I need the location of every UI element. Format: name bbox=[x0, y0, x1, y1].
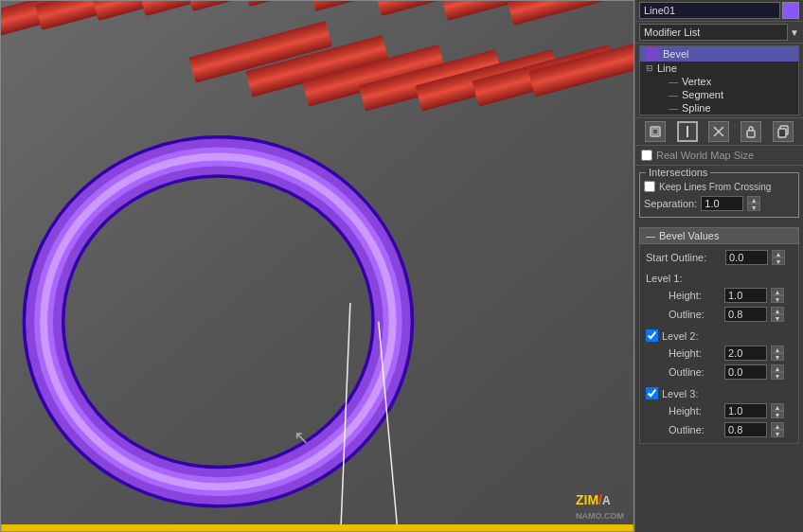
level1-height-row: Height: ▲ ▼ bbox=[646, 286, 793, 305]
level2-checkbox[interactable] bbox=[646, 329, 658, 342]
level1-outline-input[interactable] bbox=[724, 307, 767, 322]
stack-spline-label: Spline bbox=[682, 102, 711, 114]
object-name-input[interactable] bbox=[639, 2, 780, 19]
toolbar-btn-copy[interactable] bbox=[773, 121, 794, 142]
app: ↖ ZIM/A NAMO.COM Modifier List ▼ bbox=[0, 0, 803, 532]
level1-height-label: Height: bbox=[669, 290, 721, 301]
scene-canvas: ↖ ZIM/A NAMO.COM bbox=[1, 1, 633, 531]
level2-height-label: Height: bbox=[669, 347, 721, 359]
vertex-dash: — bbox=[669, 77, 678, 87]
level2-outline-spinner: ▲ ▼ bbox=[771, 364, 784, 380]
level3-label: Level 3: bbox=[662, 388, 699, 399]
level2-height-row: Height: ▲ ▼ bbox=[646, 344, 793, 363]
viewport[interactable]: ↖ ZIM/A NAMO.COM bbox=[0, 0, 634, 532]
bevel-values-label: Bevel Values bbox=[659, 230, 719, 241]
object-color-swatch[interactable] bbox=[782, 2, 799, 19]
level2-label: Level 2: bbox=[662, 330, 699, 342]
separation-input[interactable] bbox=[701, 196, 743, 211]
level2-outline-label: Outline: bbox=[669, 366, 721, 378]
level1-height-spinner: ▲ ▼ bbox=[771, 288, 784, 303]
level2-height-input[interactable] bbox=[724, 346, 767, 361]
level2-outline-row: Outline: ▲ ▼ bbox=[646, 363, 793, 381]
svg-text:↖: ↖ bbox=[294, 427, 310, 448]
stack-bevel-label: Bevel bbox=[663, 48, 689, 60]
stack-segment-label: Segment bbox=[682, 89, 723, 100]
start-outline-row: Start Outline: ▲ ▼ bbox=[646, 248, 793, 267]
separation-label: Separation: bbox=[644, 198, 697, 209]
start-outline-spinner: ▲ ▼ bbox=[772, 250, 785, 265]
stack-vertex-label: Vertex bbox=[682, 76, 711, 87]
object-name-row bbox=[635, 0, 803, 22]
toolbar-btn-lock[interactable] bbox=[741, 121, 761, 142]
keep-lines-label: Keep Lines From Crossing bbox=[659, 182, 771, 192]
bevel-collapse-icon: — bbox=[646, 231, 655, 241]
stack-item-spline[interactable]: — Spline bbox=[640, 101, 798, 115]
level2-outline-down[interactable]: ▼ bbox=[771, 372, 784, 380]
toolbar-btn-show[interactable] bbox=[677, 121, 698, 142]
separation-up-btn[interactable]: ▲ bbox=[747, 196, 760, 204]
level3-height-spinner: ▲ ▼ bbox=[771, 403, 784, 418]
level3-outline-row: Outline: ▲ ▼ bbox=[646, 420, 793, 439]
svg-rect-32 bbox=[747, 131, 755, 137]
modifier-list-row: Modifier List ▼ bbox=[635, 22, 803, 44]
modifier-stack: Bevel ⊟ Line — Vertex — Segment — Spline bbox=[639, 45, 799, 115]
level2-height-down[interactable]: ▼ bbox=[771, 353, 784, 361]
bevel-icon bbox=[646, 47, 659, 61]
level1-outline-label: Outline: bbox=[669, 309, 721, 320]
scene-svg: ↖ bbox=[1, 1, 633, 531]
level3-outline-down[interactable]: ▼ bbox=[771, 430, 784, 437]
level3-height-row: Height: ▲ ▼ bbox=[646, 401, 793, 420]
level2-header: Level 2: bbox=[646, 328, 793, 344]
bevel-values-header[interactable]: — Bevel Values bbox=[639, 227, 799, 244]
level1-outline-up[interactable]: ▲ bbox=[771, 307, 784, 314]
level3-checkbox[interactable] bbox=[646, 387, 658, 399]
expand-icon: ⊟ bbox=[646, 63, 653, 73]
modifier-list-dropdown[interactable]: Modifier List bbox=[639, 24, 788, 41]
segment-dash: — bbox=[669, 90, 678, 100]
keep-lines-checkbox[interactable] bbox=[644, 181, 655, 192]
stack-item-line[interactable]: ⊟ Line bbox=[640, 62, 798, 75]
level3-height-up[interactable]: ▲ bbox=[771, 403, 784, 411]
spline-dash: — bbox=[669, 103, 678, 114]
level2-outline-input[interactable] bbox=[724, 364, 767, 380]
level1-height-input[interactable] bbox=[724, 288, 767, 303]
level1-height-down[interactable]: ▼ bbox=[771, 295, 784, 303]
separation-down-btn[interactable]: ▼ bbox=[747, 204, 760, 211]
level3-height-input[interactable] bbox=[724, 403, 767, 418]
intersections-section: Intersections Keep Lines From Crossing S… bbox=[639, 168, 799, 222]
level1-height-up[interactable]: ▲ bbox=[771, 288, 784, 295]
level2-height-up[interactable]: ▲ bbox=[771, 346, 784, 353]
start-outline-input[interactable] bbox=[725, 250, 768, 265]
start-outline-label: Start Outline: bbox=[646, 252, 722, 263]
level1-outline-spinner: ▲ ▼ bbox=[771, 307, 784, 322]
level1-outline-row: Outline: ▲ ▼ bbox=[646, 305, 793, 324]
stack-item-vertex[interactable]: — Vertex bbox=[640, 75, 798, 88]
toolbar-btn-delete[interactable] bbox=[708, 121, 729, 142]
toolbar-btn-pin[interactable] bbox=[645, 121, 666, 142]
separation-spinner: ▲ ▼ bbox=[747, 196, 760, 211]
stack-item-bevel[interactable]: Bevel bbox=[640, 46, 798, 62]
realworld-row: Real World Map Size bbox=[635, 146, 803, 166]
level3-outline-up[interactable]: ▲ bbox=[771, 422, 784, 430]
bevel-values-content: Start Outline: ▲ ▼ Level 1: Height: ▲ ▼ bbox=[639, 244, 799, 444]
watermark: ZIM/A NAMO.COM bbox=[576, 492, 624, 522]
realworld-checkbox[interactable] bbox=[641, 150, 652, 161]
start-outline-up[interactable]: ▲ bbox=[772, 250, 785, 257]
keep-lines-row: Keep Lines From Crossing bbox=[644, 179, 794, 194]
level2-outline-up[interactable]: ▲ bbox=[771, 364, 784, 372]
level3-outline-input[interactable] bbox=[724, 422, 767, 437]
stack-item-segment[interactable]: — Segment bbox=[640, 88, 798, 101]
start-outline-down[interactable]: ▼ bbox=[772, 257, 785, 265]
dropdown-arrow-icon: ▼ bbox=[790, 27, 799, 38]
level3-outline-spinner: ▲ ▼ bbox=[771, 422, 784, 437]
level3-height-down[interactable]: ▼ bbox=[771, 411, 784, 418]
level1-outline-down[interactable]: ▼ bbox=[771, 314, 784, 322]
level1-label: Level 1: bbox=[646, 273, 683, 284]
level3-outline-label: Outline: bbox=[669, 424, 721, 435]
right-panel: Modifier List ▼ Bevel ⊟ Line — Vertex — bbox=[634, 0, 803, 532]
stack-line-label: Line bbox=[657, 62, 677, 74]
intersections-label: Intersections bbox=[646, 167, 710, 178]
svg-rect-25 bbox=[1, 524, 633, 531]
level3-height-label: Height: bbox=[669, 405, 721, 417]
realworld-label: Real World Map Size bbox=[656, 150, 754, 161]
